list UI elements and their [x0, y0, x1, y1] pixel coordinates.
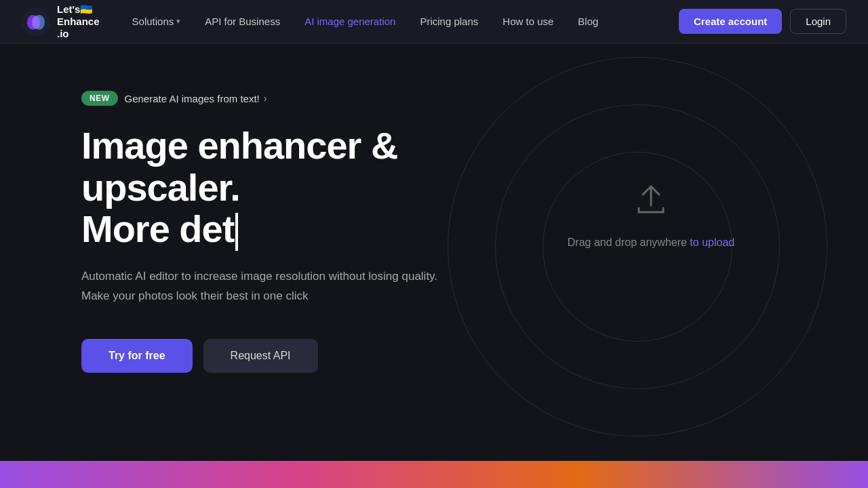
try-for-free-button[interactable]: Try for free	[81, 339, 193, 373]
nav-blog[interactable]: Blog	[567, 10, 609, 33]
logo[interactable]: Let's🇺🇦 Enhance .io	[22, 3, 100, 40]
arrow-icon: ›	[264, 93, 267, 104]
nav-how[interactable]: How to use	[492, 10, 564, 33]
badge-text: Generate AI images from text! ›	[125, 93, 267, 104]
hero-buttons: Try for free Request API	[81, 339, 556, 373]
new-badge-row[interactable]: NEW Generate AI images from text! ›	[81, 91, 556, 106]
create-account-button[interactable]: Create account	[679, 9, 782, 34]
nav-api[interactable]: API for Business	[194, 10, 291, 33]
logo-text: Let's🇺🇦 Enhance .io	[57, 3, 100, 40]
nav-ai[interactable]: AI image generation	[294, 10, 406, 33]
svg-point-3	[32, 16, 40, 29]
nav-links: Solutions ▾ API for Business AI image ge…	[121, 10, 679, 33]
nav-actions: Create account Login	[679, 9, 846, 34]
upload-area[interactable]: Drag and drop anywhere to upload	[502, 77, 800, 348]
new-badge: NEW	[81, 91, 118, 106]
login-button[interactable]: Login	[790, 9, 846, 34]
hero-subtitle: Automatic AI editor to increase image re…	[81, 267, 502, 306]
bottom-gradient-bar	[0, 461, 868, 488]
upload-icon	[629, 177, 673, 223]
text-cursor	[235, 213, 238, 251]
request-api-button[interactable]: Request API	[203, 339, 318, 373]
hero-section: NEW Generate AI images from text! › Imag…	[0, 43, 868, 488]
nav-solutions[interactable]: Solutions ▾	[121, 10, 192, 33]
nav-pricing[interactable]: Pricing plans	[409, 10, 489, 33]
logo-icon	[22, 7, 50, 36]
navbar: Let's🇺🇦 Enhance .io Solutions ▾ API for …	[0, 0, 868, 43]
hero-content: NEW Generate AI images from text! › Imag…	[81, 84, 556, 373]
hero-title: Image enhancer & upscaler. More det	[81, 125, 556, 251]
upload-text: Drag and drop anywhere to upload	[568, 237, 734, 249]
upload-link[interactable]: to upload	[690, 237, 734, 248]
chevron-down-icon: ▾	[176, 17, 180, 26]
